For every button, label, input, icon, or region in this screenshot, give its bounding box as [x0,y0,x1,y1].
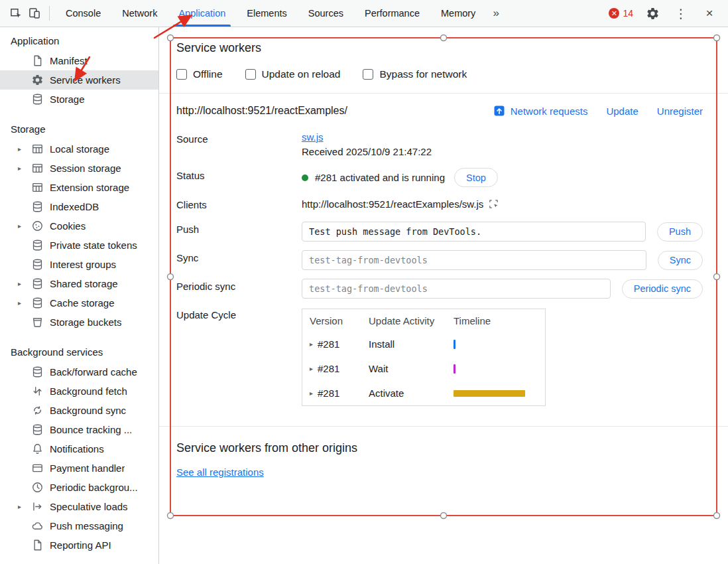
sidebar-item-label: Shared storage [50,278,118,289]
sidebar-item-indexeddb[interactable]: IndexedDB [0,197,158,216]
sidebar-item-notifications[interactable]: Notifications [0,439,158,458]
periodic-sync-row: Periodic sync Periodic sync [176,279,703,299]
expand-arrow-icon[interactable]: ▸ [310,340,313,348]
sidebar-item-label: Cookies [50,220,86,232]
uc-activity: Wait [369,363,454,374]
sidebar-section-title-background-services[interactable]: Background services [0,342,158,362]
database-icon [30,423,44,437]
sidebar-item-bounce-tracking[interactable]: Bounce tracking ... [0,420,158,439]
checkbox-box[interactable] [363,69,373,80]
checkbox-update-on-reload[interactable]: Update on reload [245,68,341,80]
expand-arrow-icon[interactable]: ▸ [18,165,30,172]
fetch-icon [30,385,44,398]
push-button[interactable]: Push [657,222,703,242]
sidebar-item-extension-storage[interactable]: Extension storage [0,178,158,197]
kebab-menu-icon[interactable]: ⋮ [672,4,690,23]
error-badge[interactable]: ✕ 14 [609,8,633,19]
focus-client-icon[interactable] [488,198,499,210]
checkbox-box[interactable] [176,69,187,80]
periodic-sync-button[interactable]: Periodic sync [622,279,703,299]
sidebar-item-label: Speculative loads [50,501,128,512]
sidebar-item-interest-groups[interactable]: Interest groups [0,255,158,274]
sidebar-section-title-storage[interactable]: Storage [0,119,158,139]
sync-tag-input[interactable] [302,250,646,270]
expand-arrow-icon[interactable]: ▸ [18,299,30,307]
uc-activity: Install [369,338,454,350]
panel-tabs: ConsoleNetworkApplicationElementsSources… [55,0,486,27]
divider [159,426,728,427]
tab-elements[interactable]: Elements [236,0,297,27]
update-link[interactable]: Update [606,106,638,117]
tab-memory[interactable]: Memory [430,0,486,27]
checkbox-offline[interactable]: Offline [176,68,223,80]
clients-label: Clients [176,197,302,210]
push-message-input[interactable] [302,222,646,242]
source-row: Source sw.js Received 2025/10/9 21:47:22 [176,131,703,157]
sidebar-section-title-application[interactable]: Application [0,31,158,51]
sidebar-item-background-sync[interactable]: Background sync [0,401,158,420]
worker-origin: http://localhost:9521/reactExamples/ [176,105,347,117]
database-icon [30,93,44,106]
update-cycle-label: Update Cycle [176,307,302,406]
checkbox-box[interactable] [245,69,256,80]
sidebar-item-background-fetch[interactable]: Background fetch [0,382,158,401]
expand-arrow-icon[interactable]: ▸ [18,280,30,287]
expand-arrow-icon[interactable]: ▸ [310,365,313,372]
status-row: Status #281 activated and is running Sto… [176,168,703,187]
sidebar-item-storage[interactable]: Storage [0,90,158,109]
database-icon [30,200,44,214]
expand-arrow-icon[interactable]: ▸ [18,503,30,510]
sidebar-item-cache-storage[interactable]: ▸Cache storage [0,293,158,313]
sidebar-item-label: Back/forward cache [50,366,137,378]
clients-row: Clients http://localhost:9521/reactExamp… [176,197,703,210]
sidebar-item-label: Cache storage [50,297,115,309]
sidebar-item-shared-storage[interactable]: ▸Shared storage [0,274,158,293]
tab-network[interactable]: Network [111,0,168,27]
document-icon [30,54,44,68]
sidebar-item-label: Reporting API [50,539,111,551]
tab-console[interactable]: Console [55,0,111,27]
tab-performance[interactable]: Performance [354,0,430,27]
more-tabs-icon[interactable]: » [486,7,505,20]
sync-button[interactable]: Sync [658,251,703,270]
sidebar-item-push-messaging[interactable]: Push messaging [0,516,158,535]
periodic-sync-tag-input[interactable] [302,279,611,299]
stop-button[interactable]: Stop [454,168,498,187]
expand-arrow-icon[interactable]: ▸ [18,222,30,230]
source-label: Source [176,131,302,157]
table-icon [30,162,44,175]
speculative-icon [30,500,44,514]
sidebar-item-payment-handler[interactable]: Payment handler [0,458,158,478]
checkbox-bypass-for-network[interactable]: Bypass for network [363,68,467,80]
unregister-link[interactable]: Unregister [657,106,703,117]
source-received: Received 2025/10/9 21:47:22 [302,146,703,157]
settings-gear-icon[interactable] [643,4,662,23]
sidebar-item-label: Service workers [50,74,121,86]
inspect-element-icon[interactable] [7,4,25,23]
tab-application[interactable]: Application [168,0,236,27]
sidebar-item-label: Periodic backgrou... [50,482,138,493]
expand-arrow-icon[interactable]: ▸ [310,389,313,397]
network-requests-link[interactable]: Network requests [493,105,588,117]
tab-sources[interactable]: Sources [298,0,354,27]
sidebar-item-storage-buckets[interactable]: Storage buckets [0,313,158,332]
database-icon [30,297,44,310]
source-file-link[interactable]: sw.js [302,131,324,143]
sidebar-item-cookies[interactable]: ▸Cookies [0,216,158,236]
sidebar-item-back-forward-cache[interactable]: Back/forward cache [0,362,158,382]
sidebar-item-reporting-api[interactable]: Reporting API [0,535,158,555]
document-icon [30,539,44,552]
see-all-registrations-link[interactable]: See all registrations [176,466,264,478]
network-requests-label: Network requests [511,106,588,117]
sidebar-item-service-workers[interactable]: Service workers [0,70,158,90]
sidebar-item-speculative-loads[interactable]: ▸Speculative loads [0,497,158,516]
device-toolbar-icon[interactable] [25,4,44,23]
sidebar-item-local-storage[interactable]: ▸Local storage [0,139,158,159]
sidebar-item-manifest[interactable]: Manifest [0,51,158,70]
expand-arrow-icon[interactable]: ▸ [18,145,30,153]
sidebar-item-periodic-backgrou[interactable]: Periodic backgrou... [0,478,158,497]
sidebar-item-private-state-tokens[interactable]: Private state tokens [0,236,158,255]
close-icon[interactable]: × [700,4,719,23]
checkbox-label: Offline [193,68,223,80]
sidebar-item-session-storage[interactable]: ▸Session storage [0,159,158,178]
